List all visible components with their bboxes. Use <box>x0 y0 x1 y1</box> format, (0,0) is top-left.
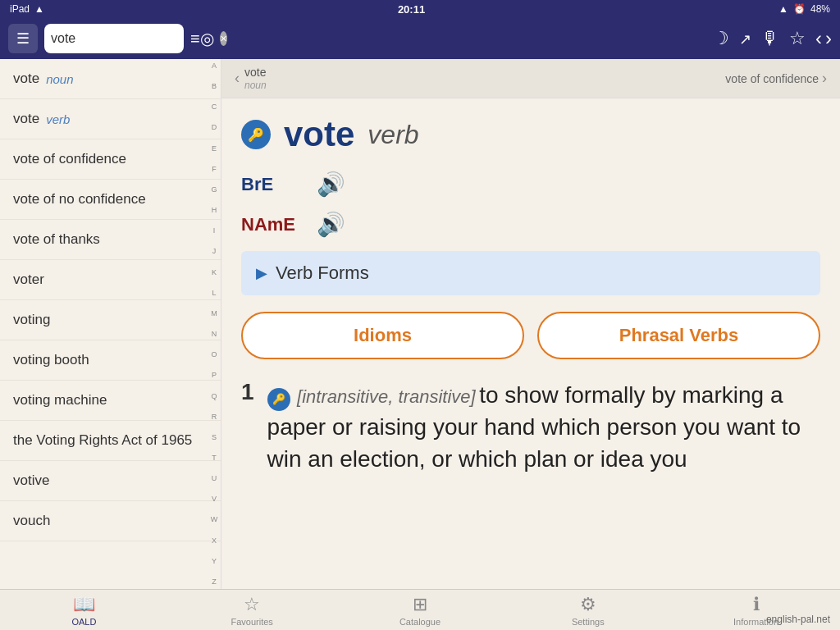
alpha-u[interactable]: U <box>208 475 221 482</box>
alpha-c[interactable]: C <box>208 103 221 111</box>
tab-oald[interactable]: 📖 OALD <box>0 590 168 630</box>
expand-button[interactable]: ↗ <box>739 28 751 49</box>
sidebar-word: votive <box>13 472 49 489</box>
alpha-t[interactable]: T <box>208 454 221 462</box>
sidebar-word: vote <box>13 111 39 127</box>
battery-level: 48% <box>810 3 830 15</box>
sidebar-word: vote <box>13 71 39 87</box>
next-button[interactable]: › <box>825 27 832 50</box>
catalogue-label: Catalogue <box>399 617 441 627</box>
alpha-p[interactable]: P <box>208 372 221 379</box>
sidebar-pos: verb <box>46 112 70 126</box>
breadcrumb-next-arrow: › <box>822 70 827 87</box>
phrasal-verbs-button[interactable]: Phrasal Verbs <box>537 312 820 359</box>
sidebar-item-vote-of-thanks[interactable]: vote of thanks <box>0 220 221 260</box>
catalogue-icon: ⊞ <box>413 594 427 615</box>
sidebar-item-voting-rights-act[interactable]: the Voting Rights Act of 1965 <box>0 421 221 461</box>
main-area: vote noun vote verb vote of confidence v… <box>0 59 840 589</box>
favourites-icon: ☆ <box>244 594 260 615</box>
tab-favourites[interactable]: ☆ Favourites <box>168 590 336 630</box>
oald-label: OALD <box>71 617 96 627</box>
alpha-q[interactable]: Q <box>208 393 221 400</box>
bre-sound-button[interactable]: 🔊 <box>317 171 345 198</box>
sidebar-word: the Voting Rights Act of 1965 <box>13 432 192 449</box>
def-key-icon: 🔑 <box>267 388 290 411</box>
tab-catalogue[interactable]: ⊞ Catalogue <box>336 590 504 630</box>
alpha-e[interactable]: E <box>208 145 221 153</box>
sidebar-word: vote of thanks <box>13 231 100 248</box>
sidebar-item-voter[interactable]: voter <box>0 260 221 300</box>
alpha-v[interactable]: V <box>208 495 221 503</box>
content-area: ‹ vote noun vote of confidence › 🔑 vote … <box>221 59 840 589</box>
sidebar-word: voting machine <box>13 392 107 409</box>
alpha-f[interactable]: F <box>208 166 221 173</box>
sidebar-item-voting-booth[interactable]: voting booth <box>0 340 221 381</box>
sidebar-word: voting booth <box>13 352 89 368</box>
microphone-button[interactable]: 🎙 <box>761 28 779 49</box>
settings-icon: ⚙ <box>580 594 596 615</box>
microphone-icon: 🎙 <box>761 28 779 48</box>
breadcrumb-prev-word: vote <box>244 66 267 79</box>
definition-content: 🔑 [intransitive, transitive] to show for… <box>267 379 820 476</box>
signal-icon: ▲ <box>778 3 788 15</box>
bre-pronunciation-row: BrE 🔊 <box>241 171 820 198</box>
alpha-z[interactable]: Z <box>208 578 221 586</box>
oald-icon: 📖 <box>73 594 95 615</box>
alpha-d[interactable]: D <box>208 124 221 131</box>
favourite-button[interactable]: ☆ <box>789 28 806 49</box>
sidebar-item-vouch[interactable]: vouch <box>0 501 221 541</box>
status-left: iPad ▲ <box>10 3 44 15</box>
search-filter-button[interactable]: ≡◎ <box>190 29 214 48</box>
verb-forms-label: Verb Forms <box>276 262 369 284</box>
alpha-a[interactable]: A <box>208 62 221 70</box>
toolbar-left: ☰ vote ✕ ≡◎ <box>8 24 706 53</box>
tab-settings[interactable]: ⚙ Settings <box>504 590 672 630</box>
alpha-g[interactable]: G <box>208 186 221 194</box>
sidebar-item-vote-noun[interactable]: vote noun <box>0 59 221 99</box>
sidebar-item-vote-of-confidence[interactable]: vote of confidence <box>0 139 221 180</box>
breadcrumb-next[interactable]: vote of confidence › <box>725 70 827 87</box>
sidebar-word: vote of confidence <box>13 151 126 167</box>
nav-buttons: ‹ › <box>815 27 832 50</box>
alpha-b[interactable]: B <box>208 83 221 90</box>
alpha-l[interactable]: L <box>208 290 221 297</box>
moon-icon: ☽ <box>713 28 729 48</box>
alpha-j[interactable]: J <box>208 248 221 255</box>
sidebar-item-voting-machine[interactable]: voting machine <box>0 381 221 421</box>
bre-label: BrE <box>241 174 307 195</box>
alpha-n[interactable]: N <box>208 331 221 338</box>
headword: vote <box>284 115 354 154</box>
filter-icon: ≡◎ <box>190 29 214 48</box>
sidebar-list: vote noun vote verb vote of confidence v… <box>0 59 221 541</box>
information-icon: ℹ <box>753 594 760 615</box>
alpha-index: A B C D E F G H I J K L M N O P Q R S T … <box>208 59 221 589</box>
menu-button[interactable]: ☰ <box>8 24 38 53</box>
night-mode-button[interactable]: ☽ <box>713 28 729 49</box>
alpha-x[interactable]: X <box>208 537 221 545</box>
alpha-h[interactable]: H <box>208 207 221 214</box>
search-clear-button[interactable]: ✕ <box>220 31 227 46</box>
alpha-k[interactable]: K <box>208 269 221 276</box>
alarm-icon: ⏰ <box>793 3 806 15</box>
tab-bar: 📖 OALD ☆ Favourites ⊞ Catalogue ⚙ Settin… <box>0 589 840 630</box>
sidebar-item-vote-of-no-confidence[interactable]: vote of no confidence <box>0 180 221 220</box>
alpha-y[interactable]: Y <box>208 558 221 565</box>
triangle-icon: ▶ <box>256 264 267 282</box>
settings-label: Settings <box>572 617 605 627</box>
idioms-button[interactable]: Idioms <box>241 312 524 359</box>
alpha-r[interactable]: R <box>208 413 221 421</box>
alpha-w[interactable]: W <box>208 516 221 523</box>
breadcrumb-prev-arrow[interactable]: ‹ <box>235 70 240 87</box>
alpha-i[interactable]: I <box>208 227 221 235</box>
sidebar-item-vote-verb[interactable]: vote verb <box>0 99 221 139</box>
alpha-o[interactable]: O <box>208 351 221 358</box>
sidebar-item-voting[interactable]: voting <box>0 300 221 340</box>
breadcrumb-prev: vote noun <box>244 66 267 91</box>
prev-button[interactable]: ‹ <box>815 27 822 50</box>
verb-forms-bar[interactable]: ▶ Verb Forms <box>241 251 820 295</box>
wifi-icon: ▲ <box>34 3 44 15</box>
sidebar-item-votive[interactable]: votive <box>0 461 221 501</box>
alpha-m[interactable]: M <box>208 310 221 317</box>
name-sound-button[interactable]: 🔊 <box>317 211 345 238</box>
alpha-s[interactable]: S <box>208 434 221 441</box>
